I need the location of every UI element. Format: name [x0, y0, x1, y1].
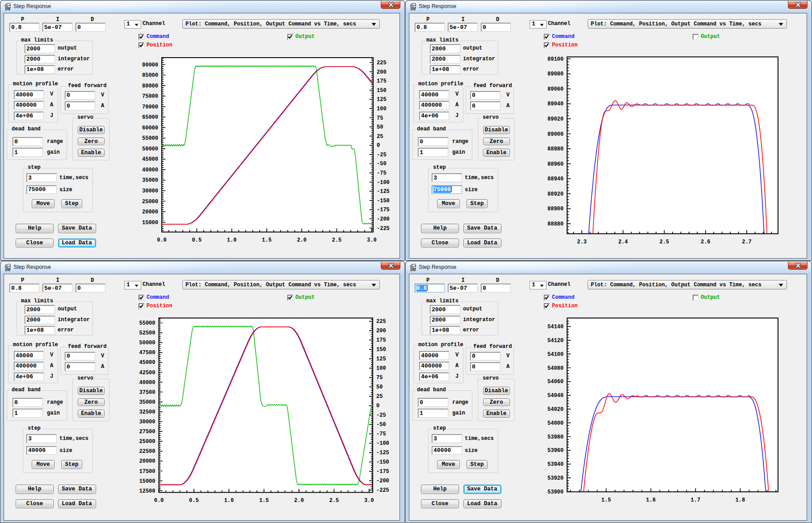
svg-text:DM: DM [4, 7, 10, 11]
svg-text:DM: DM [410, 7, 416, 11]
svg-text:DM: DM [4, 268, 10, 272]
svg-text:DM: DM [410, 268, 416, 272]
